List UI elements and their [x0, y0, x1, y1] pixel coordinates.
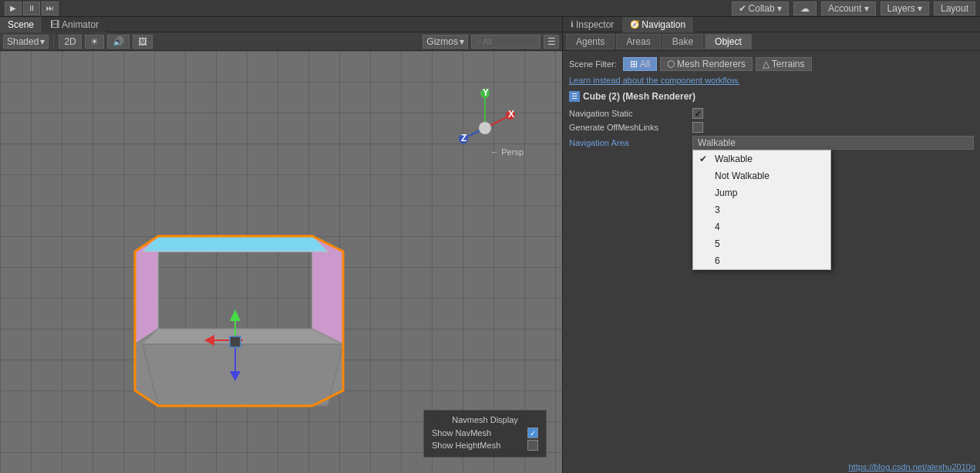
show-navmesh-label: Show NavMesh	[432, 428, 491, 438]
object-header: ☰ Cube (2) (Mesh Renderer)	[569, 91, 974, 102]
svg-marker-6	[143, 329, 343, 344]
nav-area-option-6[interactable]: 6	[693, 252, 830, 269]
nav-area-option-4[interactable]: 4	[693, 218, 830, 235]
cloud-button[interactable]: ☁	[793, 2, 817, 15]
top-bar: ▶ ⏸ ⏭ ✔ Collab ▾ ☁ Account ▾ Layers ▾ La…	[0, 0, 980, 17]
search-input-wrap[interactable]	[471, 35, 541, 49]
tab-scene[interactable]: Scene	[0, 17, 42, 32]
nav-static-row: Navigation Static	[569, 108, 974, 119]
2d-button[interactable]: 2D	[59, 35, 81, 49]
sub-tab-agents[interactable]: Agents	[566, 34, 615, 49]
shaded-dropdown[interactable]: Shaded ▾	[3, 35, 49, 49]
show-heightmesh-label: Show HeightMesh	[432, 441, 500, 450]
tab-navigation[interactable]: 🧭 Navigation	[622, 17, 694, 32]
tab-animator[interactable]: 🎞 Animator	[42, 17, 107, 32]
tab-inspector[interactable]: ℹ Inspector	[563, 17, 622, 32]
animator-icon: 🎞	[50, 19, 59, 30]
object-title: Cube (2) (Mesh Renderer)	[583, 91, 695, 102]
svg-text:X: X	[508, 109, 514, 120]
nav-area-options: ✔ Walkable Not Walkable Jump	[692, 150, 831, 270]
offmesh-row: Generate OffMeshLinks	[569, 122, 974, 133]
scene-toolbar: Shaded ▾ 2D ☀ 🔊 🖼 Gizmos ▾	[0, 32, 562, 51]
svg-text:Y: Y	[483, 87, 489, 98]
svg-point-25	[479, 122, 491, 134]
filter-all-button[interactable]: ⊞ All	[623, 57, 657, 71]
offmesh-checkbox[interactable]	[692, 122, 703, 133]
nav-area-option-5[interactable]: 5	[693, 235, 830, 252]
layers-button[interactable]: Layers ▾	[881, 2, 929, 15]
filter-all-icon: ⊞	[630, 59, 638, 69]
svg-marker-3	[143, 236, 328, 252]
show-navmesh-checkbox[interactable]	[527, 427, 538, 438]
checkmark-icon: ✔	[699, 154, 710, 164]
scene-filter-label: Scene Filter:	[569, 59, 617, 69]
sub-tab-object[interactable]: Object	[705, 34, 752, 49]
persp-label: ← Persp	[490, 147, 524, 157]
collab-button[interactable]: ✔ Collab ▾	[732, 2, 789, 15]
filter-terrain-button[interactable]: △ Terrains	[756, 57, 812, 71]
nav-area-option-not-walkable[interactable]: Not Walkable	[693, 167, 830, 184]
scene-panel: Scene 🎞 Animator Shaded ▾ 2D ☀ 🔊	[0, 17, 563, 473]
nav-static-checkbox[interactable]	[692, 108, 703, 119]
scene-viewport: Y X Z ← Persp Navmesh Display	[0, 51, 562, 473]
layout-label: Layout	[941, 3, 968, 14]
play-button[interactable]: ▶	[5, 2, 22, 15]
object-icon: ☰	[569, 91, 580, 102]
top-bar-right: ✔ Collab ▾ ☁ Account ▾ Layers ▾ Layout	[732, 2, 975, 15]
nav-area-dropdown[interactable]: Walkable ✔ Walkable Not Walkable	[692, 136, 974, 150]
options-icon: ☰	[547, 36, 556, 47]
scene-options-button[interactable]: ☰	[544, 35, 559, 49]
layers-label: Layers ▾	[887, 3, 922, 14]
pause-button[interactable]: ⏸	[23, 2, 40, 15]
svg-text:Z: Z	[461, 133, 466, 144]
nav-area-option-walkable[interactable]: ✔ Walkable	[693, 150, 830, 167]
filter-buttons: ⊞ All ⬡ Mesh Renderers △ Terrains	[623, 57, 812, 71]
navigation-icon: 🧭	[630, 20, 639, 29]
offmesh-label: Generate OffMeshLinks	[569, 123, 692, 132]
search-input[interactable]	[475, 37, 537, 46]
svg-marker-1	[135, 236, 158, 344]
gizmo-axes: Y X Z	[454, 82, 516, 151]
cube-container	[116, 190, 362, 421]
collab-check-icon: ✔	[739, 3, 746, 14]
show-heightmesh-checkbox[interactable]	[527, 440, 538, 451]
filter-mesh-button[interactable]: ⬡ Mesh Renderers	[660, 57, 753, 71]
nav-area-option-3[interactable]: 3	[693, 201, 830, 218]
filter-terrain-icon: △	[763, 59, 770, 69]
svg-marker-10	[230, 309, 241, 321]
learn-link[interactable]: Learn instead about the component workfl…	[569, 76, 974, 85]
sun-icon: ☀	[90, 36, 99, 47]
nav-content: Scene Filter: ⊞ All ⬡ Mesh Renderers △ T…	[563, 51, 980, 473]
nav-sub-tabs: Agents Areas Bake Object	[563, 32, 980, 51]
account-label: Account ▾	[828, 3, 869, 14]
speaker-icon: 🔊	[113, 36, 124, 47]
nav-static-label: Navigation Static	[569, 109, 692, 118]
toolbar-separator	[53, 35, 54, 48]
svg-marker-7	[143, 344, 343, 406]
svg-marker-2	[312, 236, 343, 344]
layout-button[interactable]: Layout	[934, 2, 975, 15]
sun-button[interactable]: ☀	[85, 35, 104, 49]
nav-area-label: Navigation Area	[569, 138, 692, 147]
navmesh-display: Navmesh Display Show NavMesh Show Height…	[423, 410, 547, 458]
sub-tab-bake[interactable]: Bake	[662, 34, 703, 49]
sub-tab-areas[interactable]: Areas	[616, 34, 660, 49]
show-heightmesh-row: Show HeightMesh	[432, 440, 538, 451]
cloud-icon: ☁	[800, 3, 810, 14]
top-bar-left: ▶ ⏸ ⏭	[5, 2, 59, 15]
svg-rect-13	[230, 336, 241, 347]
show-navmesh-row: Show NavMesh	[432, 427, 538, 438]
speaker-button[interactable]: 🔊	[107, 35, 130, 49]
nav-area-current-value[interactable]: Walkable	[692, 136, 974, 150]
step-button[interactable]: ⏭	[42, 2, 59, 15]
nav-area-option-jump[interactable]: Jump	[693, 184, 830, 201]
scene-tabs: Scene 🎞 Animator	[0, 17, 562, 32]
collab-label: Collab ▾	[749, 3, 782, 14]
account-button[interactable]: Account ▾	[821, 2, 876, 15]
nav-area-row: Navigation Area Walkable ✔ Walkable No	[569, 136, 974, 150]
image-icon: 🖼	[138, 36, 147, 47]
gizmos-dropdown[interactable]: Gizmos ▾	[423, 35, 468, 49]
cube-svg	[116, 190, 362, 421]
image-button[interactable]: 🖼	[133, 35, 153, 49]
url-bar[interactable]: https://blog.csdn.net/alexhu2010q	[844, 461, 980, 473]
